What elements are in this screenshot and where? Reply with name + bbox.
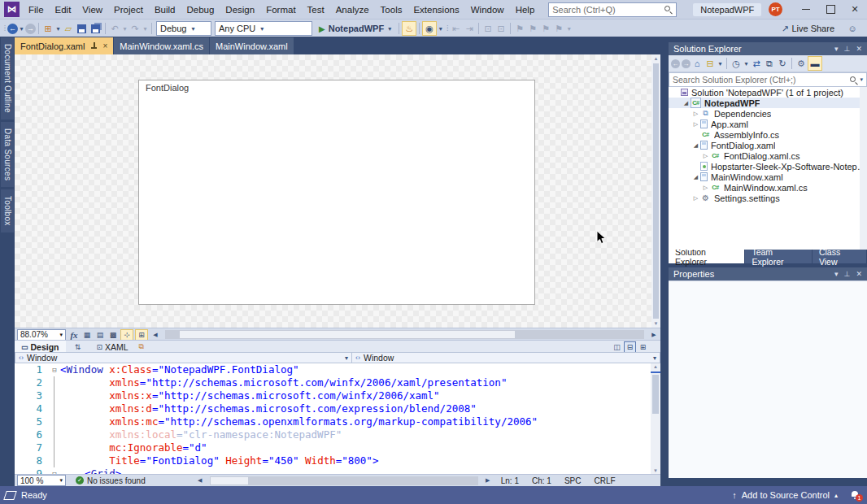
outline-collapse-icon[interactable]: ⊟ bbox=[49, 363, 60, 376]
menu-item-test[interactable]: Test bbox=[302, 0, 330, 19]
pin-icon[interactable]: ⊥ bbox=[844, 270, 851, 278]
feedback-icon[interactable]: ☺ bbox=[846, 22, 859, 35]
scroll-right-icon[interactable]: ▶ bbox=[482, 476, 494, 485]
expand-pane-button[interactable]: ⊞ bbox=[637, 341, 649, 353]
designer-horizontal-scrollbar[interactable] bbox=[165, 330, 644, 339]
back-button[interactable]: ← bbox=[671, 59, 680, 68]
menu-item-debug[interactable]: Debug bbox=[181, 0, 220, 19]
show-grid-button[interactable]: ▦ bbox=[81, 330, 93, 340]
chevron-down-icon[interactable]: ▾ bbox=[743, 57, 750, 70]
menu-item-extensions[interactable]: Extensions bbox=[407, 0, 464, 19]
show-all-files-button[interactable]: ▬ bbox=[808, 56, 822, 71]
solution-explorer-search-input[interactable]: Search Solution Explorer (Ctrl+;) ▾ bbox=[669, 72, 867, 87]
editor-horizontal-scrollbar[interactable] bbox=[210, 476, 478, 485]
chevron-down-icon[interactable]: ▾ bbox=[717, 57, 724, 70]
designer-zoom-dropdown[interactable]: 88.07% ▾ bbox=[17, 329, 66, 341]
expand-expander-icon[interactable]: ▷ bbox=[691, 111, 700, 117]
panel-menu-icon[interactable]: ▾ bbox=[834, 270, 839, 278]
properties-wrench-button[interactable]: ⚙ bbox=[795, 57, 808, 70]
scroll-down-icon[interactable]: ▼ bbox=[651, 468, 660, 473]
chevron-down-icon[interactable]: ▾ bbox=[18, 22, 25, 35]
code-lines[interactable]: 1⊟<Window x:Class="NotepadWPF.FontDialog… bbox=[15, 363, 651, 474]
chevron-down-icon[interactable]: ▾ bbox=[860, 76, 863, 83]
save-button[interactable] bbox=[77, 24, 86, 33]
open-file-button[interactable]: ▱ bbox=[62, 22, 75, 35]
expand-expander-icon[interactable]: ▷ bbox=[701, 185, 710, 191]
expand-expander-icon[interactable]: ▷ bbox=[701, 153, 710, 159]
code-line[interactable]: 6 xmlns:local="clr-namespace:NotepadWPF" bbox=[15, 428, 651, 441]
home-icon[interactable]: ⌂ bbox=[691, 57, 704, 70]
tree-item[interactable]: ◢FontDialog.xaml bbox=[669, 140, 867, 150]
panel-tab-solution-explorer[interactable]: Solution Explorer bbox=[669, 250, 744, 263]
spaces-indicator[interactable]: SPC bbox=[564, 476, 582, 485]
close-icon[interactable]: ✕ bbox=[856, 45, 862, 53]
quick-search-input[interactable]: Search (Ctrl+Q) bbox=[548, 2, 677, 17]
breadcrumb-element-dropdown-left[interactable]: ‹› Window ▾ bbox=[15, 352, 352, 363]
minimize-button[interactable] bbox=[794, 0, 818, 19]
pending-changes-filter-button[interactable]: ◷ bbox=[730, 57, 743, 70]
menu-item-build[interactable]: Build bbox=[149, 0, 181, 19]
column-indicator[interactable]: Ch: 1 bbox=[532, 476, 551, 485]
tab-design[interactable]: ▭ Design bbox=[15, 341, 66, 353]
document-tab-mainwindow.xaml.cs[interactable]: MainWindow.xaml.cs bbox=[114, 37, 209, 54]
new-project-button[interactable]: ⊞ bbox=[41, 22, 54, 35]
popout-button[interactable]: ⧉ bbox=[136, 342, 147, 352]
properties-title-bar[interactable]: Properties ▾ ⊥ ✕ bbox=[669, 267, 867, 280]
outline-collapse-icon[interactable]: ⊟ bbox=[49, 467, 60, 474]
close-icon[interactable]: ✕ bbox=[856, 270, 862, 278]
copy-pages-icon[interactable]: ⧉ bbox=[763, 57, 776, 70]
editor-vertical-scrollbar[interactable]: ⇕ ▲ ▼ bbox=[651, 363, 660, 474]
scroll-up-icon[interactable]: ▲ bbox=[654, 54, 659, 63]
pin-icon[interactable]: ⊥ bbox=[844, 45, 851, 53]
undo-button[interactable]: ↶ bbox=[108, 22, 121, 35]
forward-button[interactable]: → bbox=[682, 59, 691, 68]
tree-item[interactable]: ▷⧉Dependencies bbox=[669, 108, 867, 119]
line-indicator[interactable]: Ln: 1 bbox=[501, 476, 519, 485]
tree-item[interactable]: ▷⚙Settings.settings bbox=[669, 193, 867, 203]
menu-item-tools[interactable]: Tools bbox=[375, 0, 408, 19]
menu-item-edit[interactable]: Edit bbox=[50, 0, 77, 19]
chevron-down-icon[interactable]: ▾ bbox=[437, 22, 444, 35]
design-artboard-window[interactable]: FontDialog bbox=[138, 80, 535, 305]
scrollbar-thumb[interactable] bbox=[211, 477, 248, 484]
menu-item-format[interactable]: Format bbox=[260, 0, 301, 19]
expand-expander-icon[interactable]: ▷ bbox=[691, 195, 700, 202]
tree-item[interactable]: ◢MainWindow.xaml bbox=[669, 172, 867, 182]
xaml-designer-surface[interactable]: FontDialog ▲ ▼ bbox=[15, 54, 660, 328]
code-line[interactable]: 2 xmlns="http://schemas.microsoft.com/wi… bbox=[15, 376, 651, 389]
code-line[interactable]: 9⊟ <Grid> bbox=[15, 467, 651, 474]
tree-item[interactable]: ▷App.xaml bbox=[669, 119, 867, 129]
refresh-button[interactable]: ↻ bbox=[776, 57, 789, 70]
scroll-left-icon[interactable]: ◀ bbox=[194, 476, 206, 485]
code-line[interactable]: 7 mc:Ignorable="d" bbox=[15, 441, 651, 454]
notifications-bell-icon[interactable]: 1 bbox=[851, 491, 859, 499]
redo-button[interactable]: ↷ bbox=[129, 22, 142, 35]
scroll-down-icon[interactable]: ▼ bbox=[654, 319, 659, 328]
maximize-button[interactable] bbox=[818, 0, 843, 19]
code-line[interactable]: 8 Title="FontDialog" Height="450" Width=… bbox=[15, 454, 651, 467]
menu-item-analyze[interactable]: Analyze bbox=[330, 0, 375, 19]
issues-status[interactable]: No issues found bbox=[87, 476, 146, 485]
scrollbar-thumb[interactable] bbox=[652, 375, 659, 414]
xaml-code-editor[interactable]: 1⊟<Window x:Class="NotepadWPF.FontDialog… bbox=[15, 363, 660, 474]
panel-tab-class-view[interactable]: Class View bbox=[813, 250, 866, 263]
side-tab-toolbox[interactable]: Toolbox bbox=[1, 189, 14, 232]
swap-panes-button[interactable]: ⇅ bbox=[72, 342, 84, 352]
live-share-button[interactable]: Live Share bbox=[791, 24, 834, 33]
code-line[interactable]: 1⊟<Window x:Class="NotepadWPF.FontDialog… bbox=[15, 363, 651, 376]
save-all-button[interactable] bbox=[91, 24, 100, 33]
start-debugging-button[interactable]: ▶ NotepadWPF ▾ bbox=[316, 21, 394, 36]
menu-item-window[interactable]: Window bbox=[465, 0, 510, 19]
document-tab-fontdialog.xaml[interactable]: FontDialog.xaml× bbox=[15, 37, 113, 54]
tree-item[interactable]: ▷C#MainWindow.xaml.cs bbox=[669, 182, 867, 193]
gridlines-button[interactable]: ▩ bbox=[107, 330, 119, 340]
tree-item[interactable]: ▷C#FontDialog.xaml.cs bbox=[669, 150, 867, 161]
scroll-left-icon[interactable]: ◀ bbox=[150, 330, 161, 340]
panel-menu-icon[interactable]: ▾ bbox=[834, 45, 839, 53]
tab-xaml[interactable]: ⊡ XAML bbox=[90, 341, 135, 353]
tree-item[interactable]: ◢C#NotepadWPF bbox=[669, 98, 867, 108]
toolbar-grip-icon[interactable]: ⁞ bbox=[2, 22, 7, 35]
collapse-expander-icon[interactable]: ◢ bbox=[691, 142, 700, 149]
collapse-expander-icon[interactable]: ◢ bbox=[691, 174, 700, 180]
scrollbar-thumb[interactable] bbox=[180, 331, 515, 338]
